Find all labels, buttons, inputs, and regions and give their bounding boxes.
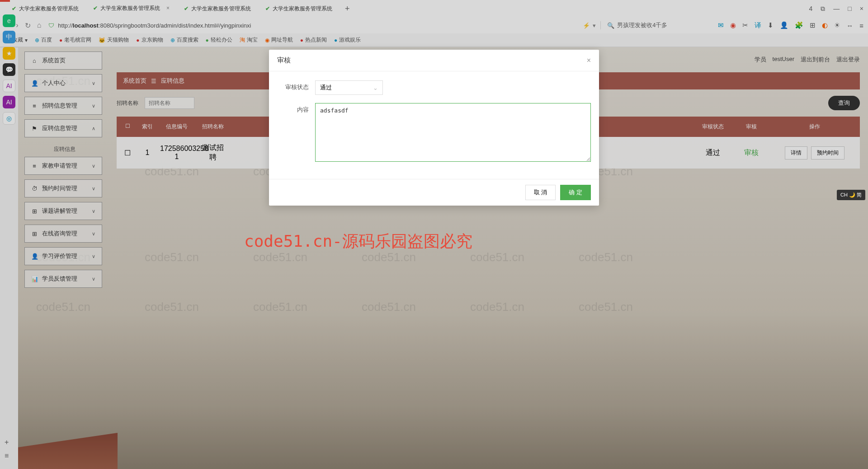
status-label: 审核状态 bbox=[277, 80, 309, 91]
modal-close-button[interactable]: × bbox=[587, 56, 591, 65]
status-select[interactable]: 通过 ⌄ bbox=[315, 80, 383, 95]
chevron-down-icon: ⌄ bbox=[373, 84, 378, 91]
audit-modal: 审核 × 审核状态 通过 ⌄ 内容 取 消 确 定 bbox=[269, 50, 599, 206]
confirm-button[interactable]: 确 定 bbox=[560, 185, 591, 200]
content-textarea[interactable] bbox=[315, 103, 591, 162]
ime-badge[interactable]: CH 🌙 简 bbox=[837, 190, 865, 200]
modal-overlay: 审核 × 审核状态 通过 ⌄ 内容 取 消 确 定 bbox=[0, 0, 868, 469]
content-label: 内容 bbox=[277, 103, 309, 114]
cancel-button[interactable]: 取 消 bbox=[525, 185, 556, 200]
modal-title: 审核 bbox=[277, 56, 291, 65]
